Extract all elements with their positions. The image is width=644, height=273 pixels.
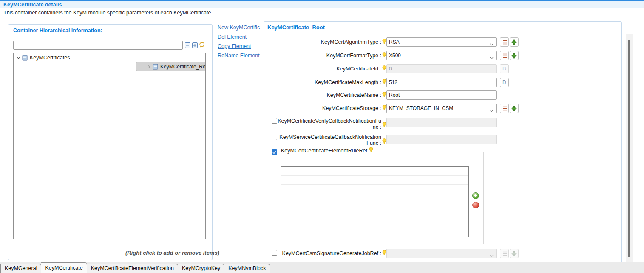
tree-filter-input[interactable] (13, 41, 183, 50)
lightbulb-icon (382, 39, 386, 44)
field-label: KeyMCertificateMaxLength : (266, 79, 381, 85)
lightbulb-icon (382, 92, 386, 97)
page-description: This container containers the KeyM modul… (3, 10, 213, 16)
chevron-down-icon (490, 55, 494, 61)
service-callback-checkbox[interactable] (272, 135, 277, 140)
collapse-all-icon[interactable] (184, 42, 191, 48)
list-values-button (500, 249, 509, 258)
keym-configuration-page: KeyMCertificate details This container c… (0, 0, 644, 273)
add-value-button[interactable] (510, 104, 519, 113)
csm-signature-select (386, 249, 497, 258)
lightbulb-icon (382, 138, 386, 144)
element-actions: New KeyMCertific Del Element Copy Elemen… (218, 25, 260, 62)
chevron-down-icon (490, 41, 494, 47)
service-callback-input (386, 135, 497, 144)
field-label: KeyMCertAlgorithmType : (266, 39, 381, 45)
certificate-maxlength-input[interactable] (386, 78, 497, 87)
verify-callback-checkbox[interactable] (272, 118, 277, 124)
default-button[interactable]: D (500, 78, 509, 87)
refresh-icon[interactable] (199, 41, 205, 48)
table-row[interactable] (281, 228, 468, 237)
field-label: KeyMCertCsmSignatureGenerateJobRef : (278, 250, 381, 256)
del-element-link[interactable]: Del Element (218, 34, 260, 40)
lightbulb-icon (382, 65, 386, 71)
field-label: KeyMCertCertificateElementRuleRef (281, 148, 367, 154)
table-row[interactable] (281, 176, 468, 185)
chevron-right-icon[interactable] (147, 65, 151, 69)
certificate-name-input[interactable] (386, 90, 497, 100)
field-label: KeyMServiceCertificateCallbackNotificati… (278, 134, 381, 146)
add-value-button[interactable] (510, 51, 519, 60)
chevron-down-icon (490, 107, 494, 113)
expand-all-icon[interactable] (191, 42, 198, 48)
table-row[interactable] (281, 167, 468, 176)
lightbulb-icon (382, 122, 386, 127)
csm-signature-checkbox[interactable] (272, 250, 277, 256)
list-values-button[interactable] (500, 37, 509, 47)
certificate-storage-value: KEYM_STORAGE_IN_CSM (389, 105, 453, 111)
container-icon (22, 55, 28, 61)
page-title: KeyMCertificate details (0, 2, 62, 8)
tab-keymcertificateelementverification[interactable]: KeyMCertificateElementVerification (87, 264, 178, 273)
lightbulb-icon (382, 250, 386, 256)
detail-scrollbar[interactable] (626, 34, 633, 262)
field-label: KeyMCertificateName : (266, 92, 381, 98)
lightbulb-icon (369, 147, 373, 154)
add-value-button (510, 249, 519, 258)
list-values-button[interactable] (500, 51, 509, 60)
certificate-storage-select[interactable]: KEYM_STORAGE_IN_CSM (386, 104, 497, 113)
scrollbar-thumb[interactable] (628, 40, 630, 257)
element-rule-group-label: KeyMCertCertificateElementRuleRef (279, 148, 375, 154)
rename-element-link[interactable]: ReName Element (218, 53, 260, 59)
element-rule-checkbox[interactable] (272, 149, 277, 155)
container-hierarchy-title: Container Hierarchical information: (13, 28, 102, 34)
lightbulb-icon (382, 79, 386, 84)
tab-keymgeneral[interactable]: KeyMGeneral (0, 264, 41, 273)
add-row-button[interactable] (472, 192, 479, 199)
container-icon (153, 64, 158, 70)
tree-hint-text: (Right click to add or remove items) (125, 250, 219, 256)
bottom-tabbar: KeyMGeneral KeyMCertificate KeyMCertific… (0, 262, 644, 273)
tab-keymcertificate[interactable]: KeyMCertificate (41, 262, 87, 273)
add-value-button[interactable] (510, 37, 519, 47)
lightbulb-icon (382, 105, 386, 110)
table-row[interactable] (281, 202, 468, 211)
cert-algorithm-select[interactable]: RSA (386, 37, 497, 47)
hierarchy-tree: KeyMCertificates KeyMCertificate_Root (13, 53, 206, 239)
cert-format-select[interactable]: X509 (386, 51, 497, 60)
tab-keymcryptokey[interactable]: KeyMCryptoKey (178, 264, 224, 273)
table-row[interactable] (281, 220, 468, 229)
field-label: KeyMCertFormatType : (266, 53, 381, 59)
tab-keymnvmblock[interactable]: KeyMNvmBlock (224, 264, 270, 273)
element-rule-table[interactable] (281, 166, 469, 237)
verify-callback-input (386, 118, 497, 127)
tree-item-keymcertificates[interactable]: KeyMCertificates (14, 53, 205, 62)
tree-item-keymcertificate-root[interactable]: KeyMCertificate_Root (136, 62, 206, 71)
table-row[interactable] (281, 193, 468, 202)
field-label: KeyMCertificateVerifyCallbackNotificatio… (278, 118, 381, 130)
field-label: KeyMCertificateId : (266, 66, 381, 72)
new-element-link[interactable]: New KeyMCertific (218, 25, 260, 31)
detail-panel-title: KeyMCertificate_Root (267, 24, 325, 31)
chevron-down-icon[interactable] (16, 56, 20, 60)
chevron-down-icon (490, 253, 494, 259)
cert-algorithm-value: RSA (389, 39, 400, 45)
remove-row-button[interactable] (472, 202, 479, 208)
list-values-button[interactable] (500, 104, 509, 113)
cert-format-value: X509 (389, 53, 401, 59)
table-row[interactable] (281, 185, 468, 194)
container-hierarchy-panel: Container Hierarchical information: KeyM… (8, 24, 213, 260)
tree-item-label: KeyMCertificate_Root (160, 64, 206, 70)
tree-item-label: KeyMCertificates (30, 55, 70, 61)
default-button: D (500, 64, 509, 73)
copy-element-link[interactable]: Copy Element (218, 43, 260, 49)
certificate-id-input (386, 64, 497, 73)
field-label: KeyMCertificateStorage : (266, 105, 381, 111)
page-header: KeyMCertificate details (0, 0, 644, 8)
lightbulb-icon (382, 52, 386, 58)
detail-panel: KeyMCertificate_Root KeyMCertAlgorithmTy… (264, 21, 622, 262)
table-row[interactable] (281, 211, 468, 220)
